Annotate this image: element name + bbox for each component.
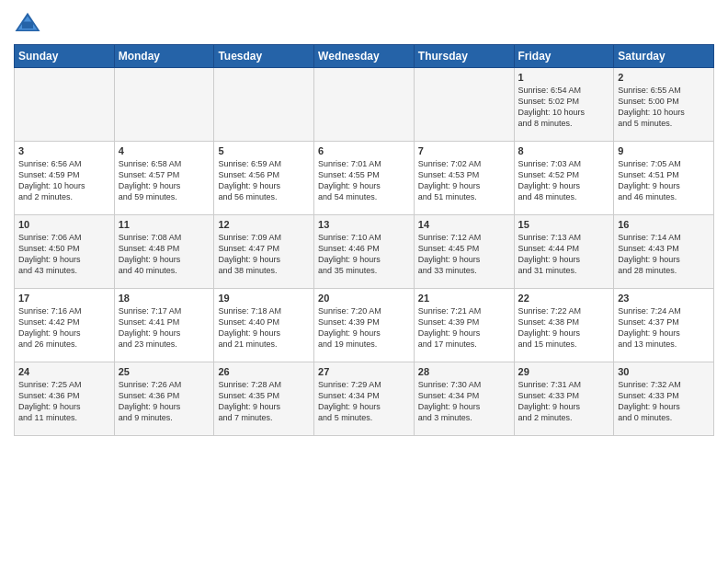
day-info: Sunrise: 7:30 AM Sunset: 4:34 PM Dayligh… — [418, 379, 510, 424]
day-info: Sunrise: 6:59 AM Sunset: 4:56 PM Dayligh… — [218, 158, 310, 203]
day-cell: 3Sunrise: 6:56 AM Sunset: 4:59 PM Daylig… — [15, 142, 115, 215]
day-number: 10 — [18, 219, 110, 230]
week-row-3: 10Sunrise: 7:06 AM Sunset: 4:50 PM Dayli… — [15, 215, 714, 289]
day-number: 17 — [18, 293, 110, 304]
day-cell: 2Sunrise: 6:55 AM Sunset: 5:00 PM Daylig… — [614, 68, 714, 142]
day-info: Sunrise: 7:16 AM Sunset: 4:42 PM Dayligh… — [18, 305, 110, 350]
day-number: 29 — [518, 366, 610, 377]
day-cell: 10Sunrise: 7:06 AM Sunset: 4:50 PM Dayli… — [15, 215, 115, 289]
day-cell: 13Sunrise: 7:10 AM Sunset: 4:46 PM Dayli… — [314, 215, 415, 289]
logo-icon — [14, 9, 41, 37]
day-info: Sunrise: 7:02 AM Sunset: 4:53 PM Dayligh… — [418, 158, 510, 203]
week-row-1: 1Sunrise: 6:54 AM Sunset: 5:02 PM Daylig… — [15, 68, 714, 142]
day-number: 2 — [618, 72, 710, 83]
day-info: Sunrise: 6:55 AM Sunset: 5:00 PM Dayligh… — [618, 85, 710, 130]
day-info: Sunrise: 6:54 AM Sunset: 5:02 PM Dayligh… — [518, 85, 610, 130]
day-cell: 15Sunrise: 7:13 AM Sunset: 4:44 PM Dayli… — [514, 215, 614, 289]
day-number: 21 — [418, 293, 510, 304]
day-number: 8 — [518, 145, 610, 156]
day-info: Sunrise: 7:22 AM Sunset: 4:38 PM Dayligh… — [518, 305, 610, 350]
day-info: Sunrise: 7:10 AM Sunset: 4:46 PM Dayligh… — [318, 232, 410, 277]
weekday-header-monday: Monday — [114, 45, 214, 68]
day-cell: 22Sunrise: 7:22 AM Sunset: 4:38 PM Dayli… — [514, 289, 614, 362]
day-cell: 23Sunrise: 7:24 AM Sunset: 4:37 PM Dayli… — [614, 289, 714, 362]
week-row-5: 24Sunrise: 7:25 AM Sunset: 4:36 PM Dayli… — [15, 362, 714, 436]
logo — [14, 9, 45, 37]
day-number: 3 — [18, 145, 110, 156]
weekday-header-saturday: Saturday — [614, 45, 714, 68]
day-info: Sunrise: 7:29 AM Sunset: 4:34 PM Dayligh… — [318, 379, 410, 424]
day-number: 22 — [518, 293, 610, 304]
day-number: 4 — [119, 145, 210, 156]
day-info: Sunrise: 7:05 AM Sunset: 4:51 PM Dayligh… — [618, 158, 710, 203]
day-cell: 7Sunrise: 7:02 AM Sunset: 4:53 PM Daylig… — [414, 142, 514, 215]
day-cell: 1Sunrise: 6:54 AM Sunset: 5:02 PM Daylig… — [514, 68, 614, 142]
day-cell: 6Sunrise: 7:01 AM Sunset: 4:55 PM Daylig… — [314, 142, 415, 215]
day-info: Sunrise: 6:58 AM Sunset: 4:57 PM Dayligh… — [119, 158, 210, 203]
day-cell: 25Sunrise: 7:26 AM Sunset: 4:36 PM Dayli… — [114, 362, 214, 436]
day-cell: 28Sunrise: 7:30 AM Sunset: 4:34 PM Dayli… — [414, 362, 514, 436]
day-number: 23 — [618, 293, 710, 304]
day-cell: 8Sunrise: 7:03 AM Sunset: 4:52 PM Daylig… — [514, 142, 614, 215]
day-info: Sunrise: 7:12 AM Sunset: 4:45 PM Dayligh… — [418, 232, 510, 277]
day-number: 11 — [119, 219, 210, 230]
day-info: Sunrise: 7:17 AM Sunset: 4:41 PM Dayligh… — [119, 305, 210, 350]
day-info: Sunrise: 7:18 AM Sunset: 4:40 PM Dayligh… — [218, 305, 310, 350]
day-cell: 12Sunrise: 7:09 AM Sunset: 4:47 PM Dayli… — [214, 215, 314, 289]
day-info: Sunrise: 7:08 AM Sunset: 4:48 PM Dayligh… — [119, 232, 210, 277]
day-cell — [314, 68, 415, 142]
page: SundayMondayTuesdayWednesdayThursdayFrid… — [0, 0, 728, 563]
day-number: 24 — [18, 366, 110, 377]
day-info: Sunrise: 7:31 AM Sunset: 4:33 PM Dayligh… — [518, 379, 610, 424]
day-cell — [414, 68, 514, 142]
day-number: 1 — [518, 72, 610, 83]
day-number: 30 — [618, 366, 710, 377]
day-info: Sunrise: 7:24 AM Sunset: 4:37 PM Dayligh… — [618, 305, 710, 350]
day-info: Sunrise: 7:28 AM Sunset: 4:35 PM Dayligh… — [218, 379, 310, 424]
day-cell: 21Sunrise: 7:21 AM Sunset: 4:39 PM Dayli… — [414, 289, 514, 362]
weekday-header-row: SundayMondayTuesdayWednesdayThursdayFrid… — [15, 45, 714, 68]
day-number: 20 — [318, 293, 410, 304]
day-info: Sunrise: 7:06 AM Sunset: 4:50 PM Dayligh… — [18, 232, 110, 277]
day-info: Sunrise: 7:21 AM Sunset: 4:39 PM Dayligh… — [418, 305, 510, 350]
day-cell — [214, 68, 314, 142]
day-info: Sunrise: 7:26 AM Sunset: 4:36 PM Dayligh… — [119, 379, 210, 424]
day-cell: 5Sunrise: 6:59 AM Sunset: 4:56 PM Daylig… — [214, 142, 314, 215]
day-info: Sunrise: 7:13 AM Sunset: 4:44 PM Dayligh… — [518, 232, 610, 277]
day-cell: 26Sunrise: 7:28 AM Sunset: 4:35 PM Dayli… — [214, 362, 314, 436]
day-number: 19 — [218, 293, 310, 304]
day-info: Sunrise: 7:32 AM Sunset: 4:33 PM Dayligh… — [618, 379, 710, 424]
day-number: 9 — [618, 145, 710, 156]
day-number: 7 — [418, 145, 510, 156]
day-number: 28 — [418, 366, 510, 377]
day-info: Sunrise: 7:01 AM Sunset: 4:55 PM Dayligh… — [318, 158, 410, 203]
weekday-header-sunday: Sunday — [15, 45, 115, 68]
week-row-4: 17Sunrise: 7:16 AM Sunset: 4:42 PM Dayli… — [15, 289, 714, 362]
day-number: 6 — [318, 145, 410, 156]
day-info: Sunrise: 7:20 AM Sunset: 4:39 PM Dayligh… — [318, 305, 410, 350]
day-cell: 9Sunrise: 7:05 AM Sunset: 4:51 PM Daylig… — [614, 142, 714, 215]
weekday-header-thursday: Thursday — [414, 45, 514, 68]
day-cell: 4Sunrise: 6:58 AM Sunset: 4:57 PM Daylig… — [114, 142, 214, 215]
day-info: Sunrise: 6:56 AM Sunset: 4:59 PM Dayligh… — [18, 158, 110, 203]
day-cell: 24Sunrise: 7:25 AM Sunset: 4:36 PM Dayli… — [15, 362, 115, 436]
day-number: 27 — [318, 366, 410, 377]
header — [14, 9, 714, 37]
day-number: 18 — [119, 293, 210, 304]
weekday-header-wednesday: Wednesday — [314, 45, 415, 68]
day-number: 25 — [119, 366, 210, 377]
day-cell: 14Sunrise: 7:12 AM Sunset: 4:45 PM Dayli… — [414, 215, 514, 289]
day-info: Sunrise: 7:14 AM Sunset: 4:43 PM Dayligh… — [618, 232, 710, 277]
day-cell: 16Sunrise: 7:14 AM Sunset: 4:43 PM Dayli… — [614, 215, 714, 289]
day-number: 13 — [318, 219, 410, 230]
day-cell: 19Sunrise: 7:18 AM Sunset: 4:40 PM Dayli… — [214, 289, 314, 362]
day-cell: 20Sunrise: 7:20 AM Sunset: 4:39 PM Dayli… — [314, 289, 415, 362]
day-cell: 11Sunrise: 7:08 AM Sunset: 4:48 PM Dayli… — [114, 215, 214, 289]
day-info: Sunrise: 7:25 AM Sunset: 4:36 PM Dayligh… — [18, 379, 110, 424]
day-number: 12 — [218, 219, 310, 230]
day-cell: 18Sunrise: 7:17 AM Sunset: 4:41 PM Dayli… — [114, 289, 214, 362]
weekday-header-tuesday: Tuesday — [214, 45, 314, 68]
week-row-2: 3Sunrise: 6:56 AM Sunset: 4:59 PM Daylig… — [15, 142, 714, 215]
day-number: 16 — [618, 219, 710, 230]
day-cell: 30Sunrise: 7:32 AM Sunset: 4:33 PM Dayli… — [614, 362, 714, 436]
